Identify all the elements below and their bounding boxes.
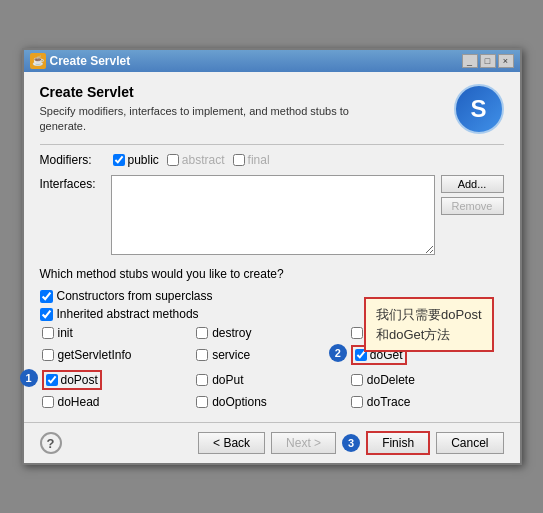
page-title: Create Servlet: [40, 84, 390, 100]
tooltip: 我们只需要doPost和doGet方法: [364, 297, 493, 352]
method-destroy-label: destroy: [212, 326, 251, 340]
method-dohead-label: doHead: [58, 395, 100, 409]
method-dohead[interactable]: doHead: [40, 394, 195, 410]
inherited-checkbox[interactable]: [40, 308, 53, 321]
window-title: Create Servlet: [50, 54, 131, 68]
method-destroy[interactable]: destroy: [194, 325, 349, 341]
method-dopost-label: doPost: [61, 373, 98, 387]
tooltip-text: 我们只需要doPost和doGet方法: [376, 307, 481, 342]
inherited-label: Inherited abstract methods: [57, 307, 199, 321]
method-service[interactable]: service: [194, 344, 349, 366]
method-dooptions[interactable]: doOptions: [194, 394, 349, 410]
add-interface-button[interactable]: Add...: [441, 175, 504, 193]
method-doput-label: doPut: [212, 373, 243, 387]
modifier-final-checkbox[interactable]: [233, 154, 245, 166]
method-dodelete-label: doDelete: [367, 373, 415, 387]
modifier-abstract[interactable]: abstract: [167, 153, 225, 167]
method-dotrace-checkbox[interactable]: [351, 396, 363, 408]
constructors-label: Constructors from superclass: [57, 289, 213, 303]
methods-question: Which method stubs would you like to cre…: [40, 267, 504, 281]
logo: S: [454, 84, 504, 134]
app-icon: ☕: [30, 53, 46, 69]
create-servlet-dialog: ☕ Create Servlet _ □ × Create Servlet Sp…: [22, 48, 522, 466]
method-getservletinfo[interactable]: getServletInfo: [40, 344, 195, 366]
modifier-public-label: public: [128, 153, 159, 167]
title-bar: ☕ Create Servlet _ □ ×: [24, 50, 520, 72]
method-dooptions-label: doOptions: [212, 395, 267, 409]
method-init-label: init: [58, 326, 73, 340]
method-service-label: service: [212, 348, 250, 362]
method-dopost-checkbox[interactable]: [46, 374, 58, 386]
interfaces-section: Interfaces: Add... Remove: [40, 175, 504, 255]
modifier-public-checkbox[interactable]: [113, 154, 125, 166]
method-dotrace-label: doTrace: [367, 395, 411, 409]
modifier-abstract-checkbox[interactable]: [167, 154, 179, 166]
interfaces-input[interactable]: [111, 175, 435, 255]
title-bar-left: ☕ Create Servlet: [30, 53, 131, 69]
method-init-checkbox[interactable]: [42, 327, 54, 339]
page-description: Specify modifiers, interfaces to impleme…: [40, 104, 390, 135]
back-button[interactable]: < Back: [198, 432, 265, 454]
dialog-footer: ? < Back Next > 3 Finish Cancel: [24, 422, 520, 463]
constructors-checkbox[interactable]: [40, 290, 53, 303]
close-button[interactable]: ×: [498, 54, 514, 68]
divider-1: [40, 144, 504, 145]
remove-interface-button[interactable]: Remove: [441, 197, 504, 215]
modifier-final[interactable]: final: [233, 153, 270, 167]
method-doput-checkbox[interactable]: [196, 374, 208, 386]
method-destroy-checkbox[interactable]: [196, 327, 208, 339]
annotation-3: 3: [342, 434, 360, 452]
method-getservletconfig-checkbox[interactable]: [351, 327, 363, 339]
modifiers-label: Modifiers:: [40, 153, 105, 167]
interfaces-buttons: Add... Remove: [441, 175, 504, 255]
modifier-final-label: final: [248, 153, 270, 167]
header-text: Create Servlet Specify modifiers, interf…: [40, 84, 390, 135]
annotation-1: 1: [20, 369, 38, 387]
interfaces-label: Interfaces:: [40, 175, 105, 255]
method-getservletinfo-label: getServletInfo: [58, 348, 132, 362]
minimize-button[interactable]: _: [462, 54, 478, 68]
cancel-button[interactable]: Cancel: [436, 432, 503, 454]
method-getservletinfo-checkbox[interactable]: [42, 349, 54, 361]
method-dopost[interactable]: 1 doPost: [40, 369, 195, 391]
finish-button[interactable]: Finish: [366, 431, 430, 455]
help-button[interactable]: ?: [40, 432, 62, 454]
method-service-checkbox[interactable]: [196, 349, 208, 361]
dopost-highlight: doPost: [42, 370, 102, 390]
modifier-abstract-label: abstract: [182, 153, 225, 167]
method-dotrace[interactable]: doTrace: [349, 394, 504, 410]
method-dodelete-checkbox[interactable]: [351, 374, 363, 386]
header-section: Create Servlet Specify modifiers, interf…: [40, 84, 504, 135]
dialog-content: Create Servlet Specify modifiers, interf…: [24, 72, 520, 423]
window-controls: _ □ ×: [462, 54, 514, 68]
method-init[interactable]: init: [40, 325, 195, 341]
method-dohead-checkbox[interactable]: [42, 396, 54, 408]
footer-buttons: < Back Next > 3 Finish Cancel: [198, 431, 503, 455]
modifier-public[interactable]: public: [113, 153, 159, 167]
maximize-button[interactable]: □: [480, 54, 496, 68]
method-dooptions-checkbox[interactable]: [196, 396, 208, 408]
method-doput[interactable]: doPut: [194, 369, 349, 391]
methods-area: Which method stubs would you like to cre…: [40, 267, 504, 410]
modifiers-row: Modifiers: public abstract final: [40, 153, 504, 167]
next-button[interactable]: Next >: [271, 432, 336, 454]
method-dodelete[interactable]: doDelete: [349, 369, 504, 391]
